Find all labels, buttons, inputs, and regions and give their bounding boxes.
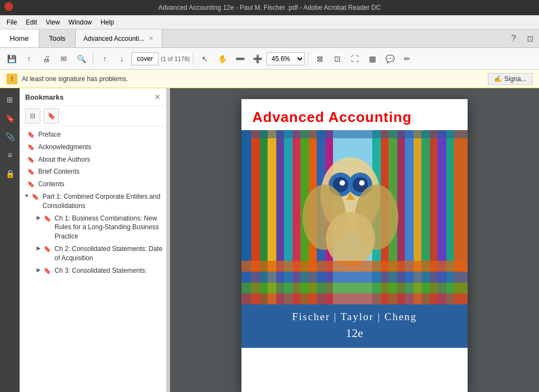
fit-page-button[interactable]: ⊠ — [312, 51, 328, 67]
page-thumbnails-button[interactable]: ⊞ — [2, 91, 18, 108]
bookmark-icon: 🔖 — [5, 114, 15, 122]
share-button[interactable]: ↑ — [21, 51, 37, 67]
hand-tool-button[interactable]: ✋ — [214, 51, 231, 67]
svg-point-28 — [340, 180, 345, 186]
page-count: (1 of 1178) — [161, 56, 190, 62]
attachments-button[interactable]: 📎 — [2, 128, 18, 145]
bookmark-ch1-label: Ch 1: Business Combinations: New Rules f… — [54, 214, 163, 241]
tab-doc-label: Advanced Accounti... — [83, 35, 144, 42]
tab-spacer — [162, 29, 506, 47]
close-window-button[interactable] — [4, 2, 13, 11]
toolbar-separator-1 — [93, 53, 93, 65]
bookmarks-title: Bookmarks — [25, 93, 64, 101]
warning-bar: ! At least one signature has problems. ✍… — [0, 70, 539, 88]
bookmark-about-authors[interactable]: 🔖 About the Authors — [20, 154, 166, 166]
bookmark-brief-contents[interactable]: 🔖 Brief Contents — [20, 166, 166, 178]
comment-icon: 💬 — [385, 54, 395, 63]
ch1-expand-icon[interactable]: ▶ — [35, 214, 43, 222]
bookmark-leaf-icon-3: 🔖 — [27, 156, 35, 164]
print-button[interactable]: 🖨 — [38, 51, 54, 67]
share-icon: ↑ — [27, 54, 31, 63]
bookmark-about-authors-label: About the Authors — [38, 155, 90, 164]
layers-icon: ≡ — [8, 151, 12, 160]
zoom-out-button[interactable]: ➖ — [232, 51, 248, 67]
prev-page-button[interactable]: ↑ — [96, 51, 113, 67]
menu-edit[interactable]: Edit — [21, 17, 41, 27]
tab-bar: Home Tools Advanced Accounti... ✕ ? ⊡ — [0, 29, 539, 48]
bookmarks-toolbar: ⊟ 🔖 — [20, 106, 166, 126]
tab-tools[interactable]: Tools — [39, 29, 76, 47]
expand-all-icon: ⊟ — [30, 112, 35, 120]
tab-mobile-button[interactable]: ⊡ — [522, 29, 539, 47]
ch3-expand-icon[interactable]: ▶ — [35, 266, 43, 274]
paperclip-icon: 📎 — [5, 132, 15, 141]
security-button[interactable]: 🔒 — [2, 166, 18, 182]
tools-more-button[interactable]: ▦ — [364, 51, 380, 67]
page-input[interactable] — [131, 52, 159, 65]
zoom-out-icon: ➖ — [235, 54, 245, 63]
fit-page-icon: ⊠ — [317, 54, 323, 63]
bookmark-part1[interactable]: ▼ 🔖 Part 1: Combined Corporate Entities … — [20, 191, 166, 212]
part1-expand-icon[interactable]: ▼ — [23, 192, 31, 200]
tab-document[interactable]: Advanced Accounti... ✕ — [76, 29, 162, 47]
next-page-button[interactable]: ↓ — [114, 51, 130, 67]
bookmark-leaf-icon: 🔖 — [27, 131, 35, 139]
pointer-tool-button[interactable]: ↖ — [197, 51, 213, 67]
tab-tools-label: Tools — [49, 34, 65, 42]
bookmark-ch2[interactable]: ▶ 🔖 Ch 2: Consolidated Statements: Date … — [20, 243, 166, 265]
close-panel-button[interactable]: ✕ — [154, 93, 161, 101]
svg-rect-34 — [241, 261, 468, 272]
zoom-select[interactable]: 45.6% 50% 75% 100% — [267, 52, 305, 65]
pen-button[interactable]: ✏ — [399, 51, 415, 67]
bookmark-preface[interactable]: 🔖 Preface — [20, 128, 166, 141]
search-button[interactable]: 🔍 — [73, 51, 89, 67]
lock-icon: 🔒 — [5, 169, 15, 178]
icon-panel: ⊞ 🔖 📎 ≡ 🔒 — [0, 88, 20, 392]
print-icon: 🖨 — [43, 54, 50, 63]
tab-home[interactable]: Home — [0, 29, 39, 47]
zoom-in-icon: ➕ — [253, 54, 262, 63]
menu-file[interactable]: File — [2, 17, 21, 27]
book-authors-section: Fischer | Taylor | Cheng — [241, 304, 468, 325]
fit-width-icon: ⊡ — [334, 54, 341, 63]
expand-all-button[interactable]: ⊟ — [25, 108, 40, 124]
bookmark-preface-label: Preface — [38, 130, 60, 139]
bookmark-ch3-label: Ch 3: Consolidated Statements: — [54, 266, 147, 275]
bookmark-leaf-icon-5: 🔖 — [27, 180, 35, 188]
fullscreen-button[interactable]: ⛶ — [347, 51, 363, 67]
svg-point-33 — [326, 212, 375, 266]
comment-button[interactable]: 💬 — [381, 51, 398, 67]
svg-rect-37 — [241, 293, 468, 304]
bookmark-acknowledgments[interactable]: 🔖 Acknowledgments — [20, 141, 166, 154]
zoom-in-button[interactable]: ➕ — [249, 51, 265, 67]
menu-window[interactable]: Window — [64, 17, 96, 27]
signature-button[interactable]: ✍ Signa... — [488, 73, 532, 85]
fit-width-button[interactable]: ⊡ — [329, 51, 346, 67]
pdf-viewer[interactable]: Advanced Accounting — [170, 88, 539, 392]
save-button[interactable]: 💾 — [3, 51, 20, 67]
add-bookmark-button[interactable]: 🔖 — [44, 108, 59, 124]
fullscreen-icon: ⛶ — [351, 54, 359, 63]
menu-help[interactable]: Help — [96, 17, 119, 27]
tab-close-button[interactable]: ✕ — [148, 34, 154, 42]
email-button[interactable]: ✉ — [56, 51, 72, 67]
bookmark-ch1[interactable]: ▶ 🔖 Ch 1: Business Combinations: New Rul… — [20, 212, 166, 243]
help-icon: ? — [511, 34, 516, 44]
tab-home-label: Home — [10, 34, 29, 42]
book-authors: Fischer | Taylor | Cheng — [292, 311, 417, 322]
page-thumbnails-icon: ⊞ — [7, 95, 13, 104]
bookmarks-list: 🔖 Preface 🔖 Acknowledgments 🔖 About the … — [20, 126, 166, 392]
menu-view[interactable]: View — [41, 17, 64, 27]
toolbar-separator-3 — [308, 53, 308, 65]
bookmark-ch3[interactable]: ▶ 🔖 Ch 3: Consolidated Statements: — [20, 265, 166, 277]
bookmark-acknowledgments-label: Acknowledgments — [38, 143, 91, 152]
ch2-expand-icon[interactable]: ▶ — [35, 244, 43, 252]
bookmark-contents[interactable]: 🔖 Contents — [20, 178, 166, 191]
pen-icon: ✏ — [404, 54, 410, 63]
layers-button[interactable]: ≡ — [2, 147, 18, 163]
svg-rect-38 — [241, 130, 468, 138]
mobile-icon: ⊡ — [527, 34, 534, 43]
tab-help-button[interactable]: ? — [506, 29, 522, 47]
bookmarks-panel-button[interactable]: 🔖 — [2, 110, 18, 126]
toolbar-separator-2 — [193, 53, 193, 65]
